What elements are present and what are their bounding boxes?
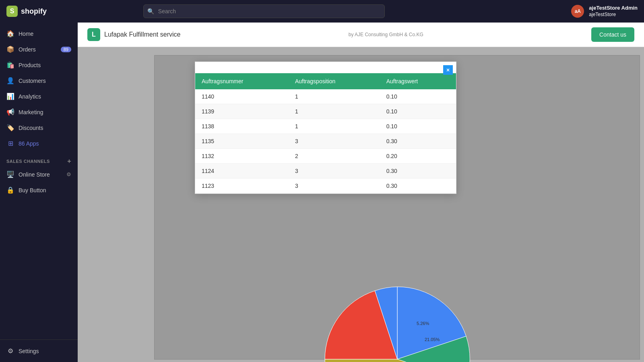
user-info: ajeTestStore Admin ajeTestStore	[589, 5, 638, 18]
table-cell-auftragsnummer: 1138	[195, 119, 289, 134]
table-cell-auftragsposition: 3	[289, 164, 380, 179]
home-icon: 🏠	[6, 30, 14, 37]
pie-chart-svg: 5.26% 21.05%	[317, 279, 478, 362]
apps-icon: ⊞	[6, 140, 14, 147]
sidebar: 🏠 Home 📦 Orders 89 🛍️ Products 👤 Custome…	[0, 23, 78, 362]
table-cell-auftragsposition: 2	[289, 149, 380, 164]
avatar[interactable]: aA	[571, 5, 584, 18]
table-row: 113810.10	[195, 119, 456, 134]
modal-dialog: × Auftragsnummer Auftragsposition Auftra…	[195, 62, 456, 194]
app-title: Lufapak Fulfillment service	[104, 31, 180, 38]
table-cell-auftragsposition: 3	[289, 134, 380, 149]
shopify-logo[interactable]: S shopify	[6, 6, 47, 17]
table-cell-auftragswert: 0.30	[380, 164, 456, 179]
sidebar-label-products: Products	[19, 62, 41, 68]
sidebar-label-marketing: Marketing	[19, 109, 43, 115]
orders-icon: 📦	[6, 45, 14, 53]
sidebar-label-discounts: Discounts	[19, 125, 43, 131]
shopify-logo-text: shopify	[21, 7, 47, 16]
sidebar-label-home: Home	[19, 31, 33, 37]
buy-button-icon: 🔒	[6, 186, 14, 194]
sidebar-label-apps: 86 Apps	[19, 140, 39, 147]
table-cell-auftragsnummer: 1140	[195, 89, 289, 104]
sidebar-label-settings: Settings	[19, 348, 39, 354]
settings-icon: ⚙	[6, 347, 14, 355]
pie-label-2: 21.05%	[425, 337, 440, 342]
table-cell-auftragswert: 0.10	[380, 89, 456, 104]
table-cell-auftragsnummer: 1132	[195, 149, 289, 164]
marketing-icon: 📢	[6, 108, 14, 116]
table-row: 113220.20	[195, 149, 456, 164]
table-cell-auftragswert: 0.30	[380, 134, 456, 149]
table-cell-auftragswert: 0.10	[380, 104, 456, 119]
sidebar-label-buy-button: Buy Button	[19, 187, 46, 193]
table-row: 113910.10	[195, 104, 456, 119]
col-header-auftragswert: Auftragswert	[380, 73, 456, 89]
discounts-icon: 🏷️	[6, 124, 14, 132]
sidebar-item-discounts[interactable]: 🏷️ Discounts	[0, 120, 78, 136]
user-store: ajeTestStore	[589, 12, 638, 18]
sidebar-item-customers[interactable]: 👤 Customers	[0, 73, 78, 88]
sidebar-label-orders: Orders	[19, 46, 36, 53]
col-header-auftragsnummer: Auftragsnummer	[195, 73, 289, 89]
sidebar-label-customers: Customers	[19, 78, 46, 84]
pie-chart-container: 5.26% 21.05%	[317, 279, 478, 362]
sidebar-item-home[interactable]: 🏠 Home	[0, 26, 78, 41]
table-cell-auftragswert: 0.20	[380, 149, 456, 164]
table-cell-auftragsposition: 3	[289, 179, 380, 193]
sidebar-item-settings[interactable]: ⚙ Settings	[0, 343, 78, 359]
chart-area: × Auftragsnummer Auftragsposition Auftra…	[78, 47, 644, 362]
search-icon: 🔍	[147, 8, 154, 14]
search-input[interactable]	[143, 4, 385, 18]
table-cell-auftragswert: 0.30	[380, 179, 456, 193]
contact-us-button[interactable]: Contact us	[591, 27, 634, 42]
table-cell-auftragsposition: 1	[289, 119, 380, 134]
inner-content-box: × Auftragsnummer Auftragsposition Auftra…	[154, 55, 640, 360]
customers-icon: 👤	[6, 77, 14, 84]
sidebar-item-online-store[interactable]: 🖥️ Online Store ⚙	[0, 167, 78, 182]
sidebar-item-buy-button[interactable]: 🔒 Buy Button	[0, 182, 78, 198]
col-header-auftragsposition: Auftragsposition	[289, 73, 380, 89]
table-cell-auftragsposition: 1	[289, 89, 380, 104]
table-cell-auftragsnummer: 1123	[195, 179, 289, 193]
shopify-logo-icon: S	[6, 6, 18, 17]
online-store-icon: 🖥️	[6, 171, 14, 178]
app-header: L Lufapak Fulfillment service by AJE Con…	[78, 23, 644, 47]
table-cell-auftragswert: 0.10	[380, 119, 456, 134]
pie-label-1: 5.26%	[417, 321, 429, 326]
orders-badge: 89	[61, 47, 71, 52]
table-row: 112330.30	[195, 179, 456, 193]
sidebar-item-analytics[interactable]: 📊 Analytics	[0, 88, 78, 104]
sidebar-item-marketing[interactable]: 📢 Marketing	[0, 104, 78, 120]
table-cell-auftragsnummer: 1139	[195, 104, 289, 119]
data-table: Auftragsnummer Auftragsposition Auftrags…	[195, 73, 456, 193]
table-cell-auftragsnummer: 1124	[195, 164, 289, 179]
app-subtitle: by AJE Consulting GmbH & Co.KG	[349, 32, 423, 37]
sales-channels-label: SALES CHANNELS +	[0, 151, 78, 167]
app-header-left: L Lufapak Fulfillment service	[87, 28, 180, 41]
main-content: L Lufapak Fulfillment service by AJE Con…	[78, 23, 644, 362]
sidebar-label-analytics: Analytics	[19, 93, 41, 100]
sidebar-label-online-store: Online Store	[19, 171, 50, 178]
table-cell-auftragsposition: 1	[289, 104, 380, 119]
table-row: 114010.10	[195, 89, 456, 104]
app-logo: L	[87, 28, 100, 41]
table-cell-auftragsnummer: 1135	[195, 134, 289, 149]
products-icon: 🛍️	[6, 61, 14, 69]
table-row: 112430.30	[195, 164, 456, 179]
sidebar-item-products[interactable]: 🛍️ Products	[0, 57, 78, 73]
nav-right: aA ajeTestStore Admin ajeTestStore	[571, 5, 638, 18]
modal-close-button[interactable]: ×	[443, 65, 453, 75]
add-sales-channel-icon[interactable]: +	[67, 158, 71, 165]
top-navigation: S shopify 🔍 aA ajeTestStore Admin ajeTes…	[0, 0, 644, 23]
table-row: 113530.30	[195, 134, 456, 149]
online-store-settings-icon[interactable]: ⚙	[66, 171, 71, 177]
sidebar-item-orders[interactable]: 📦 Orders 89	[0, 41, 78, 57]
analytics-icon: 📊	[6, 93, 14, 100]
user-name: ajeTestStore Admin	[589, 5, 638, 12]
sidebar-item-apps[interactable]: ⊞ 86 Apps	[0, 136, 78, 151]
search-bar: 🔍	[143, 4, 385, 18]
